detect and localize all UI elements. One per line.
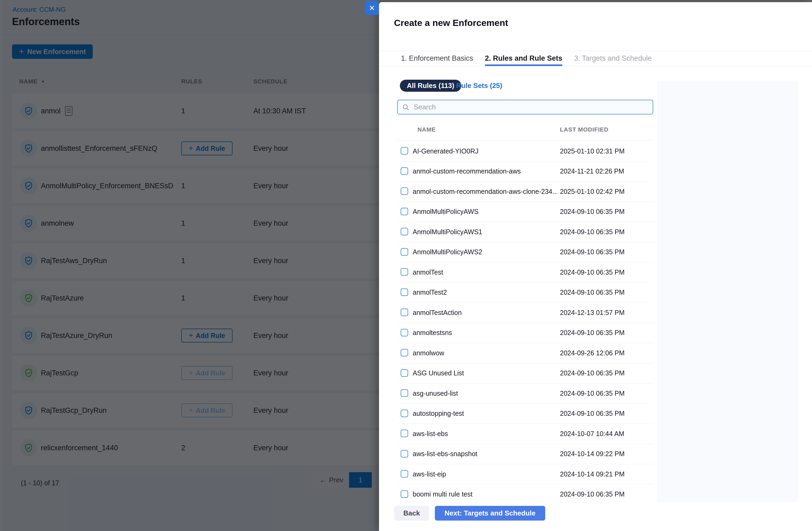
rule-name: anmol-custom-recommendation-aws — [413, 161, 521, 181]
rule-name: autostopping-test — [413, 404, 464, 424]
rule-row[interactable]: boomi multi rule test 2024-09-10 06:35 P… — [397, 485, 654, 504]
rule-checkbox[interactable] — [401, 470, 408, 477]
rule-last-modified: 2024-09-10 06:35 PM — [560, 384, 625, 403]
rule-checkbox[interactable] — [401, 308, 408, 316]
rule-checkbox[interactable] — [401, 490, 408, 498]
rule-row[interactable]: AI-Generated-YIO0RJ 2025-01-10 02:31 PM — [397, 141, 654, 161]
rule-name: anmol-custom-recommendation-aws-clone-23… — [413, 182, 557, 201]
rule-checkbox[interactable] — [401, 430, 408, 437]
rule-last-modified: 2025-01-10 02:42 PM — [560, 182, 625, 201]
rule-row[interactable]: aws-list-ebs 2024-10-07 10:44 AM — [397, 424, 654, 444]
rule-name: aws-list-ebs — [413, 424, 448, 444]
rule-last-modified: 2024-09-10 06:35 PM — [560, 242, 625, 262]
drawer-footer: Back Next: Targets and Schedule — [379, 506, 812, 531]
next-targets-schedule-button[interactable]: Next: Targets and Schedule — [435, 506, 545, 520]
tab-enforcement-basics[interactable]: 1. Enforcement Basics — [401, 51, 473, 66]
create-enforcement-drawer: × Create a new Enforcement 1. Enforcemen… — [379, 2, 812, 531]
rule-checkbox[interactable] — [401, 187, 408, 195]
selected-rules-panel — [657, 81, 798, 502]
back-button[interactable]: Back — [394, 506, 429, 520]
close-icon: × — [369, 3, 375, 13]
rule-last-modified: 2024-09-10 06:35 PM — [560, 363, 625, 383]
rule-sets-toggle[interactable]: Rule Sets (25) — [455, 80, 504, 92]
rule-row[interactable]: anmoltestsns 2024-09-10 06:35 PM — [397, 323, 654, 343]
rule-row[interactable]: anmolTest2 2024-09-10 06:35 PM — [397, 283, 654, 303]
tab-rules-and-rule-sets[interactable]: 2. Rules and Rule Sets — [485, 51, 562, 66]
rule-last-modified: 2024-09-10 06:35 PM — [560, 222, 625, 242]
search-icon — [402, 103, 409, 111]
rule-last-modified: 2024-09-10 06:35 PM — [560, 283, 625, 302]
rule-last-modified: 2024-09-10 06:35 PM — [560, 485, 625, 504]
rule-last-modified: 2024-09-10 06:35 PM — [560, 202, 625, 222]
rule-row[interactable]: anmol-custom-recommendation-aws 2024-11-… — [397, 161, 654, 182]
rule-last-modified: 2024-12-13 01:57 PM — [560, 303, 625, 322]
rule-checkbox[interactable] — [401, 450, 408, 458]
rule-row[interactable]: autostopping-test 2024-09-10 06:35 PM — [397, 404, 654, 424]
rule-name: AnmolMultiPolicyAWS2 — [413, 242, 482, 262]
rule-row[interactable]: AnmolMultiPolicyAWS 2024-09-10 06:35 PM — [397, 202, 654, 222]
rule-checkbox[interactable] — [401, 329, 408, 336]
rule-name: asg-unused-list — [413, 384, 458, 403]
rule-name: anmoltestsns — [413, 323, 452, 343]
rule-name: ASG Unused List — [413, 363, 464, 383]
rule-name: anmolTestAction — [413, 303, 462, 322]
rule-row[interactable]: anmolTestAction 2024-12-13 01:57 PM — [397, 303, 654, 323]
rule-last-modified: 2024-09-10 06:35 PM — [560, 323, 625, 343]
search-input[interactable] — [413, 103, 649, 112]
rule-checkbox[interactable] — [401, 248, 408, 256]
rule-last-modified: 2024-09-10 06:35 PM — [560, 262, 625, 282]
rule-checkbox[interactable] — [401, 410, 408, 417]
rule-row[interactable]: anmolTest 2024-09-10 06:35 PM — [397, 262, 654, 283]
rule-last-modified: 2024-10-14 09:22 PM — [560, 444, 625, 464]
rule-checkbox[interactable] — [401, 167, 408, 175]
rule-row[interactable]: anmolwow 2024-09-26 12:06 PM — [397, 343, 654, 363]
close-drawer-button[interactable]: × — [365, 1, 379, 15]
wizard-tabs: 1. Enforcement Basics 2. Rules and Rule … — [379, 51, 812, 66]
rule-checkbox[interactable] — [401, 349, 408, 356]
drawer-title: Create a new Enforcement — [394, 18, 508, 28]
rule-name: AI-Generated-YIO0RJ — [413, 141, 478, 161]
active-tab-underline — [485, 64, 562, 66]
rule-row[interactable]: aws-list-eip 2024-10-14 09:21 PM — [397, 464, 654, 485]
rule-last-modified: 2024-09-10 06:35 PM — [560, 404, 625, 424]
rule-name: AnmolMultiPolicyAWS — [413, 202, 478, 222]
rule-row[interactable]: AnmolMultiPolicyAWS2 2024-09-10 06:35 PM — [397, 242, 654, 262]
rule-name: boomi multi rule test — [413, 485, 473, 504]
rule-row[interactable]: anmol-custom-recommendation-aws-clone-23… — [397, 182, 654, 202]
rule-last-modified: 2024-10-14 09:21 PM — [560, 464, 625, 484]
rule-checkbox[interactable] — [401, 288, 408, 296]
rule-name: aws-list-ebs-snapshot — [413, 444, 477, 464]
all-rules-toggle[interactable]: All Rules (113) — [400, 80, 461, 92]
rules-column-last-modified: LAST MODIFIED — [560, 126, 609, 133]
rule-last-modified: 2024-10-07 10:44 AM — [560, 424, 624, 444]
rule-checkbox[interactable] — [401, 369, 408, 377]
rule-name: anmolTest2 — [413, 283, 447, 302]
rule-checkbox[interactable] — [401, 147, 408, 155]
rule-last-modified: 2025-01-10 02:31 PM — [560, 141, 625, 161]
rule-last-modified: 2024-11-21 02:26 PM — [560, 161, 624, 181]
rule-checkbox[interactable] — [401, 228, 408, 235]
rule-last-modified: 2024-09-26 12:06 PM — [560, 343, 625, 363]
rule-row[interactable]: aws-list-ebs-snapshot 2024-10-14 09:22 P… — [397, 444, 654, 464]
rule-row[interactable]: asg-unused-list 2024-09-10 06:35 PM — [397, 384, 654, 404]
rules-column-name: NAME — [418, 126, 436, 133]
rule-name: aws-list-eip — [413, 464, 446, 484]
rule-name: anmolwow — [413, 343, 444, 363]
rule-checkbox[interactable] — [401, 389, 408, 397]
rule-name: anmolTest — [413, 262, 443, 282]
rule-name: AnmolMultiPolicyAWS1 — [413, 222, 482, 242]
rules-list: AI-Generated-YIO0RJ 2025-01-10 02:31 PM … — [397, 141, 654, 504]
tab-targets-and-schedule[interactable]: 3. Targets and Schedule — [574, 51, 652, 66]
rules-search-box[interactable] — [397, 100, 653, 114]
rule-checkbox[interactable] — [401, 208, 408, 215]
rule-row[interactable]: ASG Unused List 2024-09-10 06:35 PM — [397, 363, 654, 384]
rule-row[interactable]: AnmolMultiPolicyAWS1 2024-09-10 06:35 PM — [397, 222, 654, 242]
rule-checkbox[interactable] — [401, 268, 408, 276]
